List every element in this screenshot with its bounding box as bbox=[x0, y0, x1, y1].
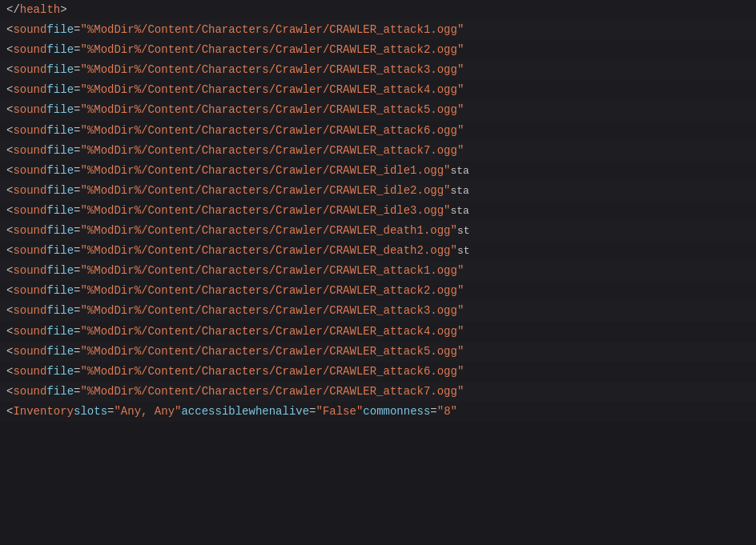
code-line: <sound file="%ModDir%/Content/Characters… bbox=[0, 161, 756, 181]
code-line: <sound file="%ModDir%/Content/Characters… bbox=[0, 281, 756, 301]
code-line: <sound file="%ModDir%/Content/Characters… bbox=[0, 80, 756, 100]
code-editor: </health><sound file="%ModDir%/Content/C… bbox=[0, 0, 756, 545]
code-line: <sound file="%ModDir%/Content/Characters… bbox=[0, 322, 756, 342]
code-line: <sound file="%ModDir%/Content/Characters… bbox=[0, 141, 756, 161]
code-line: <Inventory slots="Any, Any" accessiblewh… bbox=[0, 402, 756, 422]
code-line: <sound file="%ModDir%/Content/Characters… bbox=[0, 100, 756, 120]
code-line: <sound file="%ModDir%/Content/Characters… bbox=[0, 20, 756, 40]
code-line: <sound file="%ModDir%/Content/Characters… bbox=[0, 181, 756, 201]
code-line: <sound file="%ModDir%/Content/Characters… bbox=[0, 60, 756, 80]
code-line: <sound file="%ModDir%/Content/Characters… bbox=[0, 221, 756, 241]
bracket: </ bbox=[6, 1, 20, 19]
code-line: </health> bbox=[0, 0, 756, 20]
code-line: <sound file="%ModDir%/Content/Characters… bbox=[0, 301, 756, 321]
code-line: <sound file="%ModDir%/Content/Characters… bbox=[0, 342, 756, 362]
code-line: <sound file="%ModDir%/Content/Characters… bbox=[0, 121, 756, 141]
code-line: <sound file="%ModDir%/Content/Characters… bbox=[0, 40, 756, 60]
code-line: <sound file="%ModDir%/Content/Characters… bbox=[0, 362, 756, 382]
code-line: <sound file="%ModDir%/Content/Characters… bbox=[0, 261, 756, 281]
tag-name: health bbox=[20, 1, 60, 19]
bracket: > bbox=[60, 1, 66, 19]
code-line: <sound file="%ModDir%/Content/Characters… bbox=[0, 382, 756, 402]
code-line: <sound file="%ModDir%/Content/Characters… bbox=[0, 201, 756, 221]
code-line: <sound file="%ModDir%/Content/Characters… bbox=[0, 241, 756, 261]
